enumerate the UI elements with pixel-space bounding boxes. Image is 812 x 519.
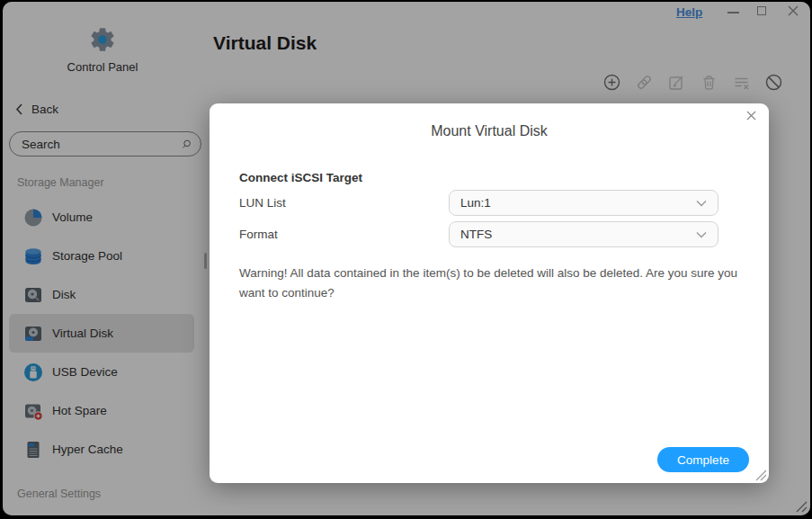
lun-list-label: LUN List [239,190,286,216]
connect-iscsi-target-label: Connect iSCSI Target [239,171,362,184]
chevron-down-icon [696,200,707,207]
format-select[interactable]: NTFS [449,221,718,247]
mount-virtual-disk-dialog: Mount Virtual Disk Connect iSCSI Target … [210,103,769,483]
warning-text: Warning! All data contained in the item(… [239,264,741,303]
chevron-down-icon [696,231,707,238]
complete-button[interactable]: Complete [657,447,749,472]
dialog-resize-grip[interactable] [754,468,767,481]
dialog-close-icon[interactable] [746,111,756,121]
dialog-title: Mount Virtual Disk [210,103,769,139]
app-window: Help Control Panel Virtual Disk [3,2,810,515]
lun-list-select[interactable]: Lun:1 [449,190,718,216]
lun-list-value: Lun:1 [460,196,696,210]
format-value: NTFS [460,228,696,241]
format-label: Format [239,221,278,247]
